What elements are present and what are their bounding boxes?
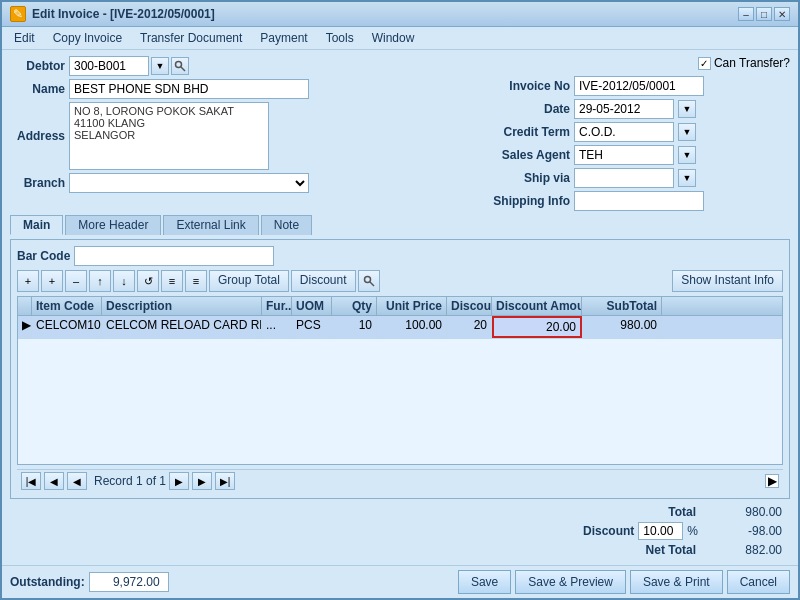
grid-search-icon xyxy=(363,275,375,287)
form-left: Debtor ▼ Name Address xyxy=(10,56,482,193)
main-window: ✎ Edit Invoice - [IVE-2012/05/0001] – □ … xyxy=(0,0,800,600)
show-instant-info-button[interactable]: Show Instant Info xyxy=(672,270,783,292)
nav-next-button[interactable]: ▶ xyxy=(192,472,212,490)
invoice-no-input[interactable] xyxy=(574,76,704,96)
tab-external-link[interactable]: External Link xyxy=(163,215,258,235)
table-row[interactable]: ▶ CELCOM10 CELCOM RELOAD CARD RM10 ... P… xyxy=(18,316,782,339)
view2-button[interactable]: ≡ xyxy=(185,270,207,292)
debtor-browse-button[interactable]: ▼ xyxy=(151,57,169,75)
invoice-grid: Item Code Description Fur... UOM Qty Uni… xyxy=(17,296,783,465)
row-indicator: ▶ xyxy=(18,316,32,338)
address-label: Address xyxy=(10,129,65,143)
shipping-info-input[interactable] xyxy=(574,191,704,211)
minimize-button[interactable]: – xyxy=(738,7,754,21)
discount-pct-input[interactable] xyxy=(638,522,683,540)
shipping-info-row: Shipping Info xyxy=(490,191,790,211)
col-header-qty: Qty xyxy=(332,297,377,315)
svg-point-2 xyxy=(364,277,370,283)
credit-term-browse-button[interactable]: ▼ xyxy=(678,123,696,141)
maximize-button[interactable]: □ xyxy=(756,7,772,21)
grid-body: ▶ CELCOM10 CELCOM RELOAD CARD RM10 ... P… xyxy=(18,316,782,339)
ship-via-row: Ship via ▼ xyxy=(490,168,790,188)
discount-button[interactable]: Discount xyxy=(291,270,356,292)
close-button[interactable]: ✕ xyxy=(774,7,790,21)
tab-content-main: Bar Code + + – ↑ ↓ ↺ ≡ ≡ Group Total Dis… xyxy=(10,239,790,499)
nav-prev-button[interactable]: ◀ xyxy=(44,472,64,490)
nav-last-button[interactable]: ▶| xyxy=(215,472,235,490)
menu-edit[interactable]: Edit xyxy=(6,29,43,47)
menu-window[interactable]: Window xyxy=(364,29,423,47)
branch-select[interactable] xyxy=(69,173,309,193)
menubar: Edit Copy Invoice Transfer Document Paym… xyxy=(2,27,798,50)
outstanding-value: 9,972.00 xyxy=(89,572,169,592)
save-button[interactable]: Save xyxy=(458,570,511,594)
total-label: Total xyxy=(626,505,696,519)
cell-unit-price: 100.00 xyxy=(377,316,447,338)
sales-agent-browse-button[interactable]: ▼ xyxy=(678,146,696,164)
tab-note[interactable]: Note xyxy=(261,215,312,235)
col-header-fur: Fur... xyxy=(262,297,292,315)
sales-agent-input[interactable] xyxy=(574,145,674,165)
shipping-info-label: Shipping Info xyxy=(490,194,570,208)
nav-next2-button[interactable]: ▶ xyxy=(169,472,189,490)
grid-header: Item Code Description Fur... UOM Qty Uni… xyxy=(18,297,782,316)
invoice-no-row: Invoice No xyxy=(490,76,790,96)
col-header-unit-price: Unit Price xyxy=(377,297,447,315)
undo-button[interactable]: ↺ xyxy=(137,270,159,292)
col-header-discount: Discount xyxy=(447,297,492,315)
outstanding-label: Outstanding: xyxy=(10,575,85,589)
grid-search-button[interactable] xyxy=(358,270,380,292)
nav-first-button[interactable]: |◀ xyxy=(21,472,41,490)
totals-area: Total 980.00 Discount % -98.00 Net Total… xyxy=(10,503,790,559)
group-total-button[interactable]: Group Total xyxy=(209,270,289,292)
ship-via-browse-button[interactable]: ▼ xyxy=(678,169,696,187)
credit-term-input[interactable] xyxy=(574,122,674,142)
svg-point-0 xyxy=(176,62,182,68)
add-row2-button[interactable]: + xyxy=(41,270,63,292)
menu-tools[interactable]: Tools xyxy=(318,29,362,47)
grid-scroll-right[interactable]: ▶ xyxy=(765,474,779,488)
can-transfer-checkbox[interactable]: ✓ xyxy=(698,57,711,70)
remove-row-button[interactable]: – xyxy=(65,270,87,292)
branch-label: Branch xyxy=(10,176,65,190)
window-title: Edit Invoice - [IVE-2012/05/0001] xyxy=(32,7,215,21)
address-line-1: NO 8, LORONG POKOK SAKAT xyxy=(74,105,264,117)
date-input[interactable] xyxy=(574,99,674,119)
name-input[interactable] xyxy=(69,79,309,99)
sales-agent-label: Sales Agent xyxy=(490,148,570,162)
barcode-input[interactable] xyxy=(74,246,274,266)
cancel-button[interactable]: Cancel xyxy=(727,570,790,594)
save-print-button[interactable]: Save & Print xyxy=(630,570,723,594)
ship-via-input[interactable] xyxy=(574,168,674,188)
move-down-button[interactable]: ↓ xyxy=(113,270,135,292)
add-row-button[interactable]: + xyxy=(17,270,39,292)
barcode-label: Bar Code xyxy=(17,249,70,263)
menu-copy-invoice[interactable]: Copy Invoice xyxy=(45,29,130,47)
cell-description: CELCOM RELOAD CARD RM10 xyxy=(102,316,262,338)
move-up-button[interactable]: ↑ xyxy=(89,270,111,292)
navigation-bar: |◀ ◀ ◀ Record 1 of 1 ▶ ▶ ▶| ▶ xyxy=(17,469,783,492)
debtor-input[interactable] xyxy=(69,56,149,76)
date-calendar-button[interactable]: ▼ xyxy=(678,100,696,118)
tab-more-header[interactable]: More Header xyxy=(65,215,161,235)
view1-button[interactable]: ≡ xyxy=(161,270,183,292)
tab-main[interactable]: Main xyxy=(10,215,63,235)
menu-transfer-document[interactable]: Transfer Document xyxy=(132,29,250,47)
content-area: Debtor ▼ Name Address xyxy=(2,50,798,565)
col-header-item-code: Item Code xyxy=(32,297,102,315)
cell-fur[interactable]: ... xyxy=(262,316,292,338)
nav-prev2-button[interactable]: ◀ xyxy=(67,472,87,490)
debtor-row: Debtor ▼ xyxy=(10,56,482,76)
can-transfer-label: Can Transfer? xyxy=(714,56,790,70)
record-indicator: Record 1 of 1 xyxy=(94,474,166,488)
save-preview-button[interactable]: Save & Preview xyxy=(515,570,626,594)
discount-label: Discount xyxy=(564,524,634,538)
cell-qty: 10 xyxy=(332,316,377,338)
title-bar: ✎ Edit Invoice - [IVE-2012/05/0001] – □ … xyxy=(2,2,798,27)
debtor-search-button[interactable] xyxy=(171,57,189,75)
address-line-2: 41100 KLANG xyxy=(74,117,264,129)
menu-payment[interactable]: Payment xyxy=(252,29,315,47)
net-total-label: Net Total xyxy=(626,543,696,557)
cell-uom: PCS xyxy=(292,316,332,338)
debtor-label: Debtor xyxy=(10,59,65,73)
